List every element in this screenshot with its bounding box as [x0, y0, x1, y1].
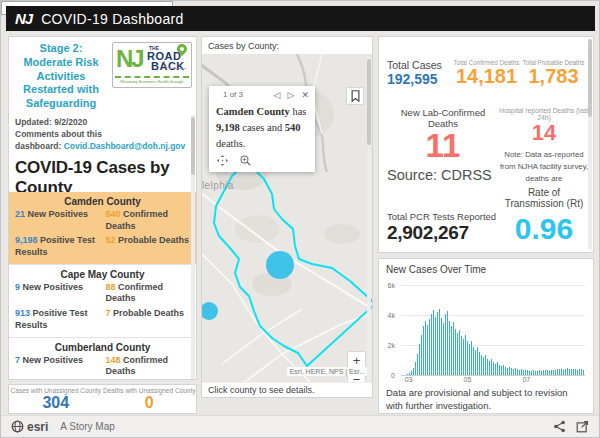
popup-next-icon[interactable]: ▷ [288, 90, 295, 100]
chart-bar [417, 354, 418, 375]
chart-bar [467, 341, 468, 376]
county-row[interactable]: Camden County21 New Positives540 Confirm… [9, 192, 196, 264]
hospital-deaths-value: 14 [499, 121, 589, 145]
open-external-icon[interactable] [576, 420, 589, 433]
county-row[interactable]: Cumberland County7 New Positives148 Conf… [9, 337, 196, 380]
unassigned-panel: Cases with Unassigned County 304 Deaths … [8, 384, 197, 414]
chart-bar [503, 365, 504, 375]
hospital-deaths-label: Hospital reported Deaths (last 24h) [499, 107, 589, 121]
chart-bar [483, 357, 484, 375]
total-cases-label: Total Cases [387, 59, 453, 71]
county-name: Cumberland County [15, 341, 190, 355]
chart-bar [505, 367, 506, 375]
chart-bar [419, 344, 420, 376]
app-header: NJ COVID-19 Dashboard [6, 6, 595, 31]
stats-scrollbar-thumb[interactable] [588, 39, 592, 117]
unassigned-cases: Cases with Unassigned County 304 [9, 385, 103, 413]
chart-bar [415, 362, 416, 375]
stats-scrollbar[interactable] [588, 39, 592, 250]
comments-line2: dashboard: [15, 141, 61, 151]
county-stat-new-positives: 21 New Positives [15, 209, 100, 232]
county-row[interactable]: Cape May County9 New Positives88 Confirm… [9, 264, 196, 337]
chart-bar [485, 355, 486, 375]
chart-bar [453, 322, 454, 375]
stats-panel: Total Cases 192,595 Total Confirmed Deat… [378, 36, 594, 253]
county-name: Cape May County [15, 268, 190, 282]
unassigned-cases-label: Cases with Unassigned County [9, 387, 103, 394]
road-back-logo: NJ THE ROAD BACK Restoring Economic Heal… [112, 42, 192, 88]
total-probable-deaths: Total Probable Deaths 1,783 [520, 59, 587, 87]
chart-bar [511, 368, 512, 375]
county-list[interactable]: Camden County21 New Positives540 Confirm… [9, 192, 196, 379]
cases-bubble-small [202, 302, 218, 320]
x-tick-label: 05 [464, 376, 472, 383]
road-back-nj-mark: NJ [116, 45, 143, 73]
total-pcr-label: Total PCR Tests Reported [387, 211, 499, 222]
chart-bar [425, 321, 426, 375]
chart-bar [459, 330, 460, 375]
left-scrollbar[interactable] [191, 115, 195, 380]
chart-bar [515, 368, 516, 375]
chart-bar [439, 309, 440, 375]
county-cases-panel: Stage 2: Moderate Risk Activities Restar… [8, 36, 197, 380]
hospital-deaths: Hospital reported Deaths (last 24h) 14 N… [499, 107, 589, 209]
chart-plot [401, 285, 585, 375]
total-confirmed-deaths-value: 14,181 [453, 66, 520, 87]
story-map-label: A Story Map [60, 421, 114, 432]
chart-bar [495, 364, 496, 375]
chart-bar [487, 359, 488, 376]
share-icon[interactable] [553, 420, 566, 433]
dashboard-email-link[interactable]: Covid.Dashboard@doh.nj.gov [64, 141, 186, 151]
chart-bar [497, 362, 498, 375]
nj-logo: NJ [15, 10, 32, 27]
chart-bar [475, 350, 476, 376]
road-back-tagline: Restoring Economic Health through Public… [115, 76, 189, 85]
chart-bar [481, 355, 482, 375]
globe-icon [11, 420, 24, 433]
chart-bar [477, 347, 478, 375]
bookmark-button[interactable] [346, 87, 364, 105]
chart-bar [509, 367, 510, 375]
footer-bar: esri A Story Map [1, 415, 599, 437]
county-stat-confirmed-deaths: 148 Confirmed Deaths [106, 355, 191, 378]
county-stat-probable-deaths: 52 Probable Deaths [106, 235, 191, 258]
map-canvas[interactable]: lelphia 1 of 3 ◁ ▷ ✕ Camden County has 9… [202, 54, 372, 384]
covid-dashboard: { "header": { "logo": "NJ", "title": "CO… [0, 0, 600, 438]
chart-bar [491, 359, 492, 375]
county-stat-new-positives: 9 New Positives [15, 282, 100, 305]
popup-close-icon[interactable]: ✕ [301, 90, 309, 100]
new-lab-confirmed-deaths: New Lab-Confirmed Deaths 11 Source: CDRS… [387, 107, 499, 209]
popup-footer [209, 152, 315, 169]
place-label: lelphia [202, 180, 234, 191]
total-cases-value: 192,595 [387, 71, 453, 87]
chart-bar [445, 314, 446, 375]
county-stat-confirmed-deaths: 88 Confirmed Deaths [106, 282, 191, 305]
total-pcr-tests: Total PCR Tests Reported 2,902,267 [387, 211, 499, 244]
chart-bar [499, 365, 500, 376]
popup-body: Camden County has 9,198 cases and 540 de… [209, 103, 315, 152]
y-tick-label: 4k [388, 312, 395, 319]
map-scrollbar[interactable] [367, 57, 371, 382]
pan-icon[interactable] [217, 155, 228, 166]
chart-x-labels: 030507 [401, 376, 585, 385]
popup-prev-icon[interactable]: ◁ [274, 90, 281, 100]
bookmark-icon [351, 90, 360, 102]
map-panel: Cases by County: lelphia 1 of 3 ◁ [201, 36, 373, 398]
chart-bar [429, 319, 430, 375]
chart-bar [447, 311, 448, 375]
chart-bar [463, 339, 464, 375]
chart-bar [473, 347, 474, 376]
stage-banner-row: Stage 2: Moderate Risk Activities Restar… [9, 37, 196, 113]
county-stat-positive-tests: 913 Positive Test Results [15, 308, 100, 331]
y-tick-label: 0 [391, 372, 395, 379]
esri-logo: esri [11, 420, 48, 434]
y-tick-label: 6k [388, 282, 395, 289]
total-confirmed-deaths: Total Confirmed Deaths 14,181 [453, 59, 520, 87]
zoom-to-icon[interactable] [240, 155, 251, 166]
rt-value: 0.96 [499, 214, 589, 244]
unassigned-deaths-label: Deaths with Unassigned County [103, 387, 197, 394]
left-scrollbar-thumb[interactable] [191, 117, 195, 175]
map-scrollbar-thumb[interactable] [367, 59, 371, 145]
county-stat-confirmed-deaths: 540 Confirmed Deaths [106, 209, 191, 232]
chart-bar [437, 312, 438, 375]
